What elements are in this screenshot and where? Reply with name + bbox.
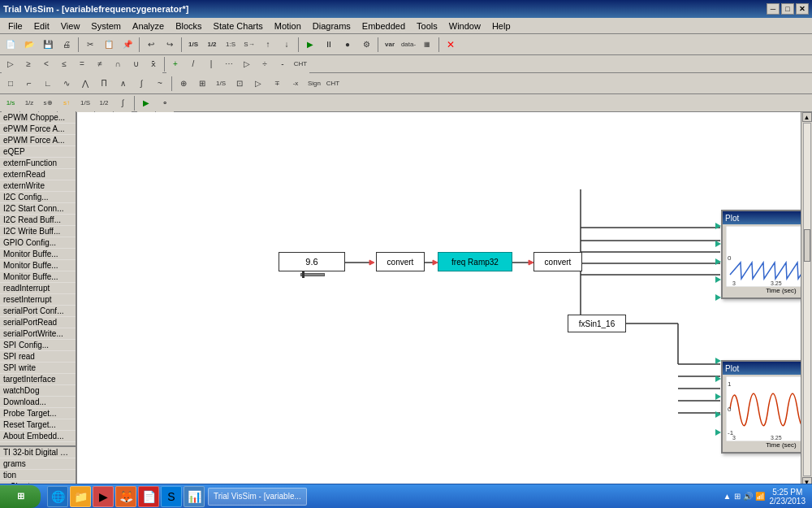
tb2-btn15[interactable]: ÷	[256, 55, 274, 73]
footer-item-2[interactable]: grams	[0, 458, 76, 470]
left-item[interactable]: resetInterrupt	[0, 294, 76, 306]
tb2-btn9[interactable]: x̄	[145, 55, 162, 73]
right-scrollbar[interactable]: ▲ ▼	[801, 112, 812, 487]
plot-window-1[interactable]: Plot ─ □ ✕ 0 3 3.25 3.5	[721, 210, 801, 299]
taskbar-ie-icon[interactable]: 🌐	[47, 486, 68, 507]
zoom-in-button[interactable]: 1/S	[184, 36, 202, 54]
menu-item-analyze[interactable]: Analyze	[127, 20, 169, 33]
tb2-btn6[interactable]: ≠	[91, 55, 109, 73]
left-item[interactable]: externRead	[0, 169, 76, 180]
tb2-btn4[interactable]: ≤	[55, 55, 73, 73]
left-item[interactable]: SPI read	[0, 351, 76, 363]
minimize-button[interactable]: ─	[767, 3, 780, 15]
stop-button[interactable]: ●	[339, 36, 356, 54]
left-item[interactable]: externFunction	[0, 158, 76, 169]
taskbar-media-icon[interactable]: ▶	[93, 486, 114, 507]
tb4-run[interactable]: ▶	[137, 94, 155, 112]
taskbar-vissim-app[interactable]: Trial VisSim - [variable...	[208, 488, 307, 506]
tb3-shape9[interactable]: ~	[151, 75, 169, 93]
tb2-btn16[interactable]: -	[274, 55, 292, 73]
left-item[interactable]: I2C Write Buff...	[0, 226, 76, 237]
scale-button[interactable]: S→	[240, 36, 258, 54]
table-button[interactable]: ▦	[418, 36, 436, 54]
start-button[interactable]: ⊞	[0, 485, 41, 508]
step-button[interactable]: ⚙	[357, 36, 375, 54]
left-item[interactable]: Monitor Buffe...	[0, 260, 76, 271]
tb3-shape5[interactable]: ⋀	[76, 75, 94, 93]
play-button[interactable]: ▶	[301, 36, 319, 54]
data-button[interactable]: data-	[400, 36, 417, 54]
menu-item-blocks[interactable]: Blocks	[171, 20, 206, 33]
left-item[interactable]: Download...	[0, 397, 76, 408]
taskbar-folder-icon[interactable]: 📁	[70, 486, 91, 507]
freq-ramp32-block[interactable]: freq Ramp32	[438, 252, 512, 271]
maximize-button[interactable]: □	[781, 3, 794, 15]
scroll-thumb-v[interactable]	[804, 229, 810, 262]
menu-item-window[interactable]: Window	[444, 20, 486, 33]
left-item[interactable]: I2C Read Buff...	[0, 215, 76, 226]
tb4-btn4[interactable]: s↑	[58, 94, 76, 112]
taskbar-skype-icon[interactable]: S	[161, 486, 182, 507]
new-button[interactable]: 📄	[2, 36, 19, 54]
tb3-edit8[interactable]: Sign	[305, 75, 323, 93]
taskbar-app-icon[interactable]: 📊	[184, 486, 205, 507]
tb2-btn17[interactable]: CHT	[292, 55, 309, 73]
left-item[interactable]: Probe Target...	[0, 408, 76, 419]
tb3-shape8[interactable]: ∫	[132, 75, 150, 93]
tb3-edit2[interactable]: ⊞	[193, 75, 211, 93]
tb2-btn13[interactable]: ⋯	[220, 55, 238, 73]
footer-item-1[interactable]: TI 32-bit Digital Mo...	[0, 447, 76, 458]
left-item[interactable]: targetInterface	[0, 374, 76, 385]
left-item[interactable]: Reset Target...	[0, 419, 76, 431]
tb4-btn6[interactable]: 1/2	[95, 94, 113, 112]
tb4-probe[interactable]: ⚬	[156, 94, 174, 112]
tb4-btn1[interactable]: 1/s	[2, 94, 19, 112]
taskbar-firefox-icon[interactable]: 🦊	[115, 486, 136, 507]
left-item[interactable]: I2C Start Conn...	[0, 203, 76, 215]
tb4-btn3[interactable]: s⊕	[39, 94, 57, 112]
tb3-shape3[interactable]: ∟	[39, 75, 57, 93]
tb2-btn2[interactable]: ≥	[19, 55, 37, 73]
scroll-up-button[interactable]: ▲	[802, 112, 812, 122]
tb2-btn12[interactable]: |	[202, 55, 220, 73]
canvas-area[interactable]: 9.6 convert freq Ramp32 convert fxSin1_1…	[77, 112, 801, 487]
tb4-btn5[interactable]: 1/S	[76, 94, 94, 112]
tb2-btn8[interactable]: ∪	[127, 55, 145, 73]
copy-button[interactable]: 📋	[100, 36, 118, 54]
zoom-out-button[interactable]: 1/2	[203, 36, 221, 54]
undo-button[interactable]: ↩	[142, 36, 160, 54]
tb3-edit7[interactable]: -x	[287, 75, 304, 93]
tb3-edit9[interactable]: CHT	[324, 75, 342, 93]
menu-item-system[interactable]: System	[86, 20, 126, 33]
tb2-btn5[interactable]: =	[73, 55, 91, 73]
fit-button[interactable]: 1:S	[222, 36, 240, 54]
extra-button[interactable]: ✕	[442, 36, 460, 54]
tb3-shape4[interactable]: ∿	[58, 75, 76, 93]
tb3-edit6[interactable]: ∓	[268, 75, 286, 93]
arrow-down-button[interactable]: ↓	[278, 36, 296, 54]
pause-button[interactable]: ⏸	[320, 36, 338, 54]
tb3-edit3[interactable]: 1/S	[212, 75, 230, 93]
menu-item-diagrams[interactable]: Diagrams	[308, 20, 356, 33]
left-item[interactable]: SPI Config...	[0, 340, 76, 351]
left-item[interactable]: ePWM Force A...	[0, 124, 76, 135]
tb2-btn11[interactable]: /	[184, 55, 202, 73]
left-item[interactable]: ePWM Choppe...	[0, 112, 76, 124]
input-block[interactable]: 9.6	[279, 252, 345, 271]
left-item[interactable]: serialPort Conf...	[0, 306, 76, 317]
tb3-shape2[interactable]: ⌐	[20, 75, 38, 93]
left-item[interactable]: ePWM Force A...	[0, 135, 76, 146]
left-item[interactable]: serialPortWrite...	[0, 328, 76, 340]
print-button[interactable]: 🖨	[58, 36, 76, 54]
left-item[interactable]: readInterrupt	[0, 283, 76, 294]
tb4-btn7[interactable]: ∫	[114, 94, 132, 112]
footer-item-3[interactable]: tion	[0, 470, 76, 481]
convert-block-1[interactable]: convert	[376, 252, 425, 271]
arrow-up-button[interactable]: ↑	[259, 36, 277, 54]
tb3-shape7[interactable]: ∧	[114, 75, 132, 93]
tb3-shape1[interactable]: □	[2, 75, 19, 93]
left-item[interactable]: About Embedd...	[0, 431, 76, 442]
tb2-btn3[interactable]: <	[37, 55, 55, 73]
var-button[interactable]: var	[381, 36, 399, 54]
left-item[interactable]: Monitor Buffe...	[0, 249, 76, 260]
